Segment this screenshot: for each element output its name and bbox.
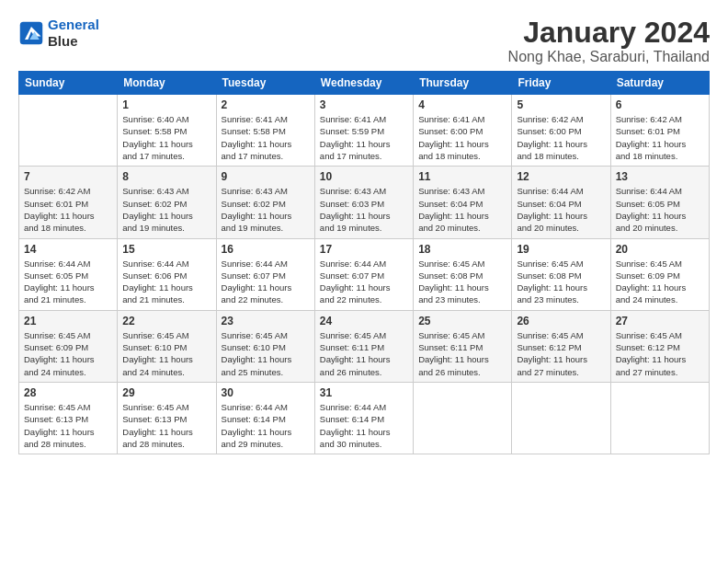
day-info: Sunrise: 6:41 AM Sunset: 5:59 PM Dayligh… [320,113,408,162]
calendar-cell: 27Sunrise: 6:45 AM Sunset: 6:12 PM Dayli… [610,310,709,382]
day-number: 6 [616,98,704,111]
column-header-friday: Friday [512,72,610,95]
day-info: Sunrise: 6:42 AM Sunset: 6:01 PM Dayligh… [24,185,112,234]
calendar-cell: 9Sunrise: 6:43 AM Sunset: 6:02 PM Daylig… [216,167,314,238]
calendar-cell: 13Sunrise: 6:44 AM Sunset: 6:05 PM Dayli… [610,167,709,238]
day-info: Sunrise: 6:44 AM Sunset: 6:14 PM Dayligh… [320,401,408,450]
calendar-week-5: 28Sunrise: 6:45 AM Sunset: 6:13 PM Dayli… [19,382,710,454]
day-number: 12 [517,170,605,183]
calendar-cell: 29Sunrise: 6:45 AM Sunset: 6:13 PM Dayli… [118,382,216,454]
day-number: 22 [122,315,210,327]
calendar-cell: 21Sunrise: 6:45 AM Sunset: 6:09 PM Dayli… [19,310,118,382]
calendar-cell [19,95,118,167]
day-number: 28 [24,386,112,399]
day-info: Sunrise: 6:41 AM Sunset: 6:00 PM Dayligh… [418,113,506,162]
day-number: 15 [122,243,210,256]
day-number: 21 [24,315,112,327]
day-info: Sunrise: 6:45 AM Sunset: 6:09 PM Dayligh… [616,258,704,306]
day-number: 14 [24,243,112,256]
calendar-cell: 6Sunrise: 6:42 AM Sunset: 6:01 PM Daylig… [610,95,709,167]
page-container: General Blue January 2024 Nong Khae, Sar… [0,0,728,464]
column-header-saturday: Saturday [610,72,709,95]
day-info: Sunrise: 6:43 AM Sunset: 6:02 PM Dayligh… [222,185,310,234]
calendar-cell: 18Sunrise: 6:45 AM Sunset: 6:08 PM Dayli… [414,238,512,310]
calendar-header-row: SundayMondayTuesdayWednesdayThursdayFrid… [19,72,710,95]
calendar-cell: 5Sunrise: 6:42 AM Sunset: 6:00 PM Daylig… [512,95,610,167]
calendar-cell [414,382,512,454]
calendar-cell: 26Sunrise: 6:45 AM Sunset: 6:12 PM Dayli… [512,310,610,382]
calendar-cell: 3Sunrise: 6:41 AM Sunset: 5:59 PM Daylig… [314,95,413,167]
svg-rect-0 [20,22,43,45]
day-number: 20 [616,243,704,256]
day-info: Sunrise: 6:41 AM Sunset: 5:58 PM Dayligh… [222,113,310,162]
calendar-cell: 24Sunrise: 6:45 AM Sunset: 6:11 PM Dayli… [314,310,413,382]
calendar-cell: 1Sunrise: 6:40 AM Sunset: 5:58 PM Daylig… [118,95,216,167]
day-info: Sunrise: 6:45 AM Sunset: 6:12 PM Dayligh… [616,329,704,378]
logo-icon [18,20,44,46]
calendar-cell: 2Sunrise: 6:41 AM Sunset: 5:58 PM Daylig… [216,95,314,167]
day-info: Sunrise: 6:45 AM Sunset: 6:11 PM Dayligh… [418,329,506,378]
day-number: 26 [517,315,605,327]
title-block: January 2024 Nong Khae, Saraburi, Thaila… [508,17,710,65]
day-info: Sunrise: 6:40 AM Sunset: 5:58 PM Dayligh… [122,113,210,162]
day-info: Sunrise: 6:44 AM Sunset: 6:07 PM Dayligh… [320,258,408,306]
calendar-cell: 8Sunrise: 6:43 AM Sunset: 6:02 PM Daylig… [118,167,216,238]
calendar-cell: 4Sunrise: 6:41 AM Sunset: 6:00 PM Daylig… [414,95,512,167]
day-info: Sunrise: 6:45 AM Sunset: 6:11 PM Dayligh… [320,329,408,378]
calendar-cell: 14Sunrise: 6:44 AM Sunset: 6:05 PM Dayli… [19,238,118,310]
calendar-cell: 11Sunrise: 6:43 AM Sunset: 6:04 PM Dayli… [414,167,512,238]
logo-line1: General [48,17,99,32]
day-number: 2 [222,98,310,111]
logo: General Blue [18,17,99,50]
column-header-wednesday: Wednesday [314,72,413,95]
day-number: 8 [122,170,210,183]
day-number: 1 [122,98,210,111]
day-number: 5 [517,98,605,111]
calendar-cell: 10Sunrise: 6:43 AM Sunset: 6:03 PM Dayli… [314,167,413,238]
day-number: 29 [122,386,210,399]
day-info: Sunrise: 6:44 AM Sunset: 6:04 PM Dayligh… [517,185,605,234]
day-info: Sunrise: 6:45 AM Sunset: 6:10 PM Dayligh… [122,329,210,378]
calendar-week-1: 1Sunrise: 6:40 AM Sunset: 5:58 PM Daylig… [19,95,710,167]
day-info: Sunrise: 6:44 AM Sunset: 6:07 PM Dayligh… [222,258,310,306]
day-number: 25 [418,315,506,327]
calendar-cell: 17Sunrise: 6:44 AM Sunset: 6:07 PM Dayli… [314,238,413,310]
day-number: 24 [320,315,408,327]
day-number: 31 [320,386,408,399]
calendar-cell: 22Sunrise: 6:45 AM Sunset: 6:10 PM Dayli… [118,310,216,382]
day-number: 30 [222,386,310,399]
day-info: Sunrise: 6:43 AM Sunset: 6:04 PM Dayligh… [418,185,506,234]
calendar-week-2: 7Sunrise: 6:42 AM Sunset: 6:01 PM Daylig… [19,167,710,238]
day-info: Sunrise: 6:45 AM Sunset: 6:08 PM Dayligh… [418,258,506,306]
calendar-cell: 28Sunrise: 6:45 AM Sunset: 6:13 PM Dayli… [19,382,118,454]
calendar-cell: 15Sunrise: 6:44 AM Sunset: 6:06 PM Dayli… [118,238,216,310]
day-info: Sunrise: 6:43 AM Sunset: 6:02 PM Dayligh… [122,185,210,234]
calendar-cell: 12Sunrise: 6:44 AM Sunset: 6:04 PM Dayli… [512,167,610,238]
calendar-cell: 7Sunrise: 6:42 AM Sunset: 6:01 PM Daylig… [19,167,118,238]
day-info: Sunrise: 6:45 AM Sunset: 6:10 PM Dayligh… [222,329,310,378]
calendar-cell [610,382,709,454]
day-info: Sunrise: 6:42 AM Sunset: 6:00 PM Dayligh… [517,113,605,162]
column-header-thursday: Thursday [414,72,512,95]
day-number: 7 [24,170,112,183]
calendar-cell: 19Sunrise: 6:45 AM Sunset: 6:08 PM Dayli… [512,238,610,310]
calendar-cell: 25Sunrise: 6:45 AM Sunset: 6:11 PM Dayli… [414,310,512,382]
day-number: 10 [320,170,408,183]
day-info: Sunrise: 6:45 AM Sunset: 6:08 PM Dayligh… [517,258,605,306]
column-header-tuesday: Tuesday [216,72,314,95]
column-header-sunday: Sunday [19,72,118,95]
day-info: Sunrise: 6:45 AM Sunset: 6:13 PM Dayligh… [24,401,112,450]
day-number: 9 [222,170,310,183]
day-info: Sunrise: 6:45 AM Sunset: 6:09 PM Dayligh… [24,329,112,378]
day-number: 17 [320,243,408,256]
day-number: 4 [418,98,506,111]
page-title: January 2024 [508,17,710,49]
day-info: Sunrise: 6:42 AM Sunset: 6:01 PM Dayligh… [616,113,704,162]
calendar-cell: 23Sunrise: 6:45 AM Sunset: 6:10 PM Dayli… [216,310,314,382]
calendar-week-3: 14Sunrise: 6:44 AM Sunset: 6:05 PM Dayli… [19,238,710,310]
day-number: 11 [418,170,506,183]
day-number: 3 [320,98,408,111]
calendar-cell: 16Sunrise: 6:44 AM Sunset: 6:07 PM Dayli… [216,238,314,310]
page-subtitle: Nong Khae, Saraburi, Thailand [508,49,710,65]
day-number: 23 [222,315,310,327]
